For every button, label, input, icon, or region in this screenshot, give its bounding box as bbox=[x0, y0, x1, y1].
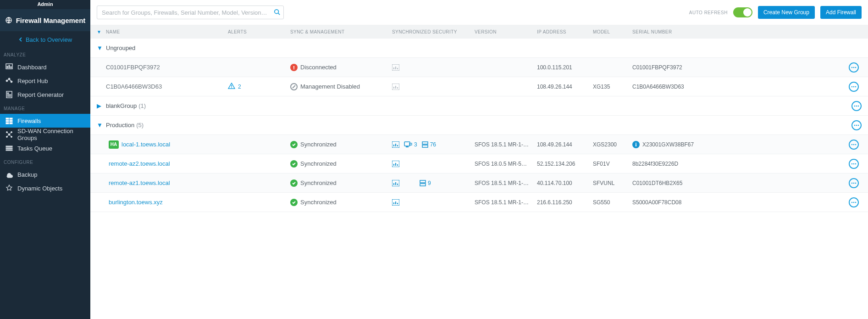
firewall-name-link[interactable]: remote-az1.toews.local bbox=[109, 179, 170, 186]
more-actions-button[interactable] bbox=[849, 197, 859, 207]
version: SFOS 18.0.5 MR-5… bbox=[475, 161, 537, 167]
chevron-down-icon[interactable]: ▼ bbox=[97, 122, 103, 129]
firewalls-icon bbox=[6, 117, 13, 124]
firewall-name: C01001FBPQF3972 bbox=[106, 64, 160, 71]
svg-point-49 bbox=[856, 124, 857, 126]
ip-address: 108.49.26.144 bbox=[537, 141, 593, 148]
autorefresh-toggle[interactable] bbox=[733, 7, 752, 17]
back-label: Back to Overview bbox=[26, 36, 72, 43]
svg-rect-13 bbox=[10, 118, 12, 119]
backup-icon bbox=[6, 171, 13, 178]
table-row: C01001FBPQF3972 Disconnected 100.0.115.2… bbox=[90, 58, 868, 77]
serial-number: C01001FBPQF3972 bbox=[632, 64, 707, 71]
svg-rect-83 bbox=[395, 201, 396, 204]
group-production[interactable]: ▼ Production (5) bbox=[90, 116, 868, 135]
nav-dashboard[interactable]: Dashboard bbox=[0, 60, 90, 74]
nav-firewalls[interactable]: Firewalls bbox=[0, 114, 90, 128]
nav-backup[interactable]: Backup bbox=[0, 168, 90, 181]
create-group-button[interactable]: Create New Group bbox=[758, 6, 815, 19]
ip-address: 216.6.116.250 bbox=[537, 199, 593, 206]
svg-rect-32 bbox=[397, 68, 398, 69]
more-actions-button[interactable] bbox=[849, 82, 859, 92]
model: SF01V bbox=[593, 161, 632, 167]
chevron-down-icon[interactable]: ▼ bbox=[97, 45, 103, 51]
collapse-all-icon[interactable]: ▼ bbox=[97, 29, 103, 34]
more-actions-button[interactable] bbox=[851, 101, 862, 111]
back-to-overview[interactable]: Back to Overview bbox=[0, 31, 90, 48]
chart-icon[interactable] bbox=[392, 180, 399, 186]
admin-label: Admin bbox=[0, 0, 90, 9]
chevron-right-icon[interactable]: ▶ bbox=[97, 102, 103, 109]
svg-rect-74 bbox=[395, 182, 396, 185]
nav-label: Tasks Queue bbox=[17, 145, 52, 152]
info-icon[interactable] bbox=[632, 141, 640, 148]
nav-sdwan[interactable]: SD-WAN Connection Groups bbox=[0, 128, 90, 141]
svg-point-85 bbox=[851, 201, 853, 203]
firewall-name-link[interactable]: remote-az2.toews.local bbox=[109, 160, 170, 167]
svg-point-44 bbox=[855, 86, 857, 87]
svg-rect-2 bbox=[7, 66, 8, 68]
svg-point-80 bbox=[855, 182, 857, 184]
svg-rect-27 bbox=[293, 66, 294, 68]
group-blankgroup[interactable]: ▶ blankGroup (1) bbox=[90, 96, 868, 116]
search-icon[interactable] bbox=[274, 9, 280, 17]
nav-report-generator[interactable]: Report Generator bbox=[0, 88, 90, 101]
serial-number: 8b2284f30E9226D bbox=[632, 161, 707, 167]
ha-badge: HA bbox=[109, 140, 119, 149]
add-firewall-button[interactable]: Add Firewall bbox=[820, 6, 862, 19]
svg-rect-82 bbox=[393, 202, 394, 204]
svg-point-35 bbox=[855, 67, 857, 68]
svg-point-48 bbox=[854, 124, 856, 126]
svg-rect-16 bbox=[6, 123, 9, 124]
more-actions-button[interactable] bbox=[849, 178, 859, 188]
sync-status: Synchronized bbox=[300, 179, 337, 186]
page-title: Firewall Management bbox=[16, 17, 86, 24]
table-row: burlington.toews.xyz Synchronized SFOS 1… bbox=[90, 193, 868, 212]
col-model[interactable]: MODEL bbox=[593, 29, 632, 34]
firewall-mgmt-icon bbox=[5, 17, 12, 24]
chart-icon[interactable] bbox=[392, 141, 399, 148]
server-count[interactable]: 76 bbox=[422, 141, 436, 148]
firewall-name-link[interactable]: burlington.toews.xyz bbox=[109, 199, 163, 206]
group-name: Ungrouped bbox=[103, 45, 135, 51]
model: SFVUNL bbox=[593, 180, 632, 186]
main: AUTO REFRESH Create New Group Add Firewa… bbox=[90, 0, 868, 319]
col-sync[interactable]: SYNC & MANAGEMENT bbox=[290, 29, 392, 34]
svg-rect-55 bbox=[404, 142, 410, 146]
sync-status: Synchronized bbox=[300, 160, 337, 167]
endpoint-count[interactable]: 3 bbox=[404, 141, 417, 148]
more-actions-button[interactable] bbox=[849, 62, 859, 73]
group-ungrouped[interactable]: ▼ Ungrouped bbox=[90, 39, 868, 58]
group-name: blankGroup bbox=[103, 102, 137, 109]
server-count[interactable]: 9 bbox=[420, 180, 431, 186]
toolbar: AUTO REFRESH Create New Group Add Firewa… bbox=[90, 0, 868, 25]
section-configure: CONFIGURE bbox=[0, 155, 90, 168]
col-version[interactable]: VERSION bbox=[475, 29, 537, 34]
chart-icon[interactable] bbox=[392, 199, 399, 206]
col-sec[interactable]: SYNCHRONIZED SECURITY bbox=[392, 29, 475, 34]
firewall-name-link[interactable]: local-1.toews.local bbox=[122, 141, 170, 148]
nav-report-hub[interactable]: Report Hub bbox=[0, 74, 90, 88]
section-analyze: ANALYZE bbox=[0, 48, 90, 60]
more-actions-button[interactable] bbox=[849, 159, 859, 169]
nav-tasks[interactable]: Tasks Queue bbox=[0, 141, 90, 155]
svg-rect-24 bbox=[6, 148, 12, 149]
search-input[interactable] bbox=[97, 6, 284, 19]
svg-rect-53 bbox=[395, 144, 396, 146]
check-icon bbox=[290, 179, 298, 187]
sync-status: Disconnected bbox=[300, 64, 337, 71]
chart-icon[interactable] bbox=[392, 161, 399, 167]
warning-icon[interactable] bbox=[228, 83, 235, 90]
more-actions-button[interactable] bbox=[849, 140, 859, 150]
svg-rect-84 bbox=[397, 203, 398, 204]
col-ip[interactable]: IP ADDRESS bbox=[537, 29, 593, 34]
svg-rect-54 bbox=[397, 145, 398, 146]
more-actions-button[interactable] bbox=[851, 120, 862, 130]
serial-number: S5000A00F78CD08 bbox=[632, 199, 707, 206]
svg-rect-76 bbox=[420, 180, 426, 183]
col-serial[interactable]: SERIAL NUMBER bbox=[632, 29, 707, 34]
nav-dynamic[interactable]: Dynamic Objects bbox=[0, 181, 90, 195]
serial-number: X23001GXW38BF67 bbox=[642, 141, 694, 148]
col-alerts[interactable]: ALERTS bbox=[228, 29, 290, 34]
col-name[interactable]: NAME bbox=[103, 29, 228, 34]
